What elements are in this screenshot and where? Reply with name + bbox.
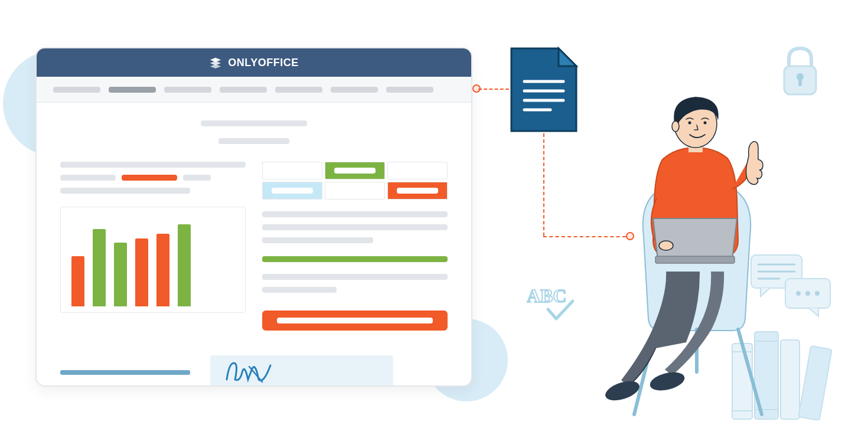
svg-point-14	[796, 291, 801, 296]
ribbon-tab[interactable]	[386, 87, 433, 93]
connector-line	[543, 133, 544, 236]
text-line	[262, 274, 448, 280]
form-button[interactable]	[262, 310, 448, 331]
table-cell	[387, 162, 448, 179]
text-line	[60, 175, 116, 181]
text-highlight	[262, 256, 448, 262]
person-illustration	[596, 94, 785, 425]
doc-subtitle-placeholder	[218, 138, 289, 144]
document-canvas	[37, 103, 471, 387]
text-line	[262, 224, 448, 230]
onlyoffice-logo-icon	[209, 56, 222, 69]
connector-line	[478, 89, 509, 90]
svg-rect-24	[798, 346, 832, 420]
text-line	[262, 237, 373, 243]
editor-window: ONLYOFFICE	[35, 47, 472, 387]
chart-bar	[135, 238, 148, 307]
text-line	[60, 162, 246, 168]
signature-line	[60, 370, 190, 375]
svg-point-36	[704, 122, 707, 125]
text-line	[262, 211, 448, 217]
signature-icon	[222, 358, 275, 387]
bar-chart	[60, 207, 246, 313]
text-line	[183, 175, 211, 181]
chart-bar	[114, 243, 127, 306]
ribbon-tab[interactable]	[331, 87, 378, 93]
signature-row	[60, 355, 448, 387]
window-header: ONLYOFFICE	[37, 48, 471, 77]
ribbon-tabs	[37, 77, 471, 103]
ribbon-tab[interactable]	[53, 87, 100, 93]
svg-point-35	[688, 122, 691, 125]
app-title: ONLYOFFICE	[228, 57, 298, 69]
text-highlight	[122, 175, 177, 181]
document-icon	[509, 46, 579, 133]
text-line	[262, 287, 337, 293]
table-cell	[325, 162, 385, 179]
table-cell	[262, 162, 322, 179]
svg-point-16	[815, 291, 820, 296]
ribbon-tab-active[interactable]	[109, 87, 156, 93]
table-cell	[325, 182, 385, 200]
lock-icon	[779, 45, 821, 98]
chart-bar	[71, 256, 84, 306]
svg-point-31	[659, 241, 673, 250]
svg-text:ABC: ABC	[527, 285, 567, 306]
table-cell	[387, 182, 448, 200]
doc-title-placeholder	[201, 120, 307, 126]
ribbon-tab[interactable]	[275, 87, 322, 93]
svg-rect-30	[655, 256, 735, 263]
svg-rect-7	[798, 78, 802, 86]
text-line	[60, 188, 190, 194]
svg-point-29	[648, 369, 687, 394]
chart-bar	[156, 234, 169, 306]
svg-point-34	[672, 121, 679, 132]
svg-point-15	[805, 291, 810, 296]
table	[262, 162, 448, 200]
ribbon-tab[interactable]	[164, 87, 211, 93]
svg-line-26	[738, 329, 762, 414]
spellcheck-icon: ABC	[527, 283, 580, 327]
ribbon-tab[interactable]	[220, 87, 267, 93]
chart-bar	[93, 229, 106, 306]
table-cell	[262, 182, 322, 200]
signature-field[interactable]	[210, 355, 393, 387]
chart-bar	[178, 224, 191, 306]
